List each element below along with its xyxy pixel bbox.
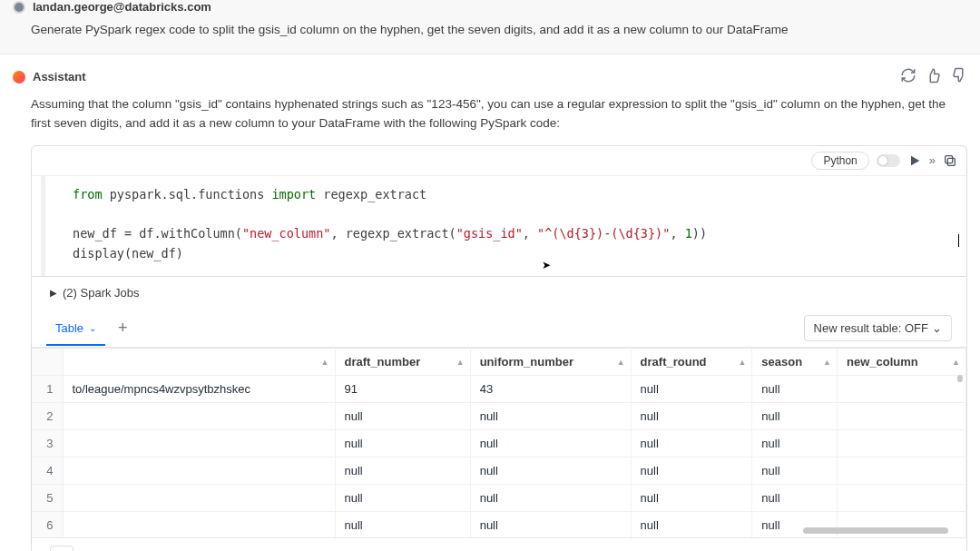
spark-jobs-label: (2) Spark Jobs [63,286,140,300]
col-new-column[interactable]: new_column▲ [837,349,965,376]
rownum-header[interactable] [32,349,63,376]
cell: null [335,403,470,430]
cell [837,458,965,485]
result-footer: ▾▴ 7,127 rows | Truncated data | 22.59 s… [32,538,966,551]
copy-icon[interactable] [943,153,957,168]
chevron-down-icon: ⌄ [932,321,942,335]
row-number: 5 [32,485,63,512]
cell: null [631,512,752,539]
sort-icon[interactable]: ▲ [321,358,329,367]
user-avatar-icon [13,1,25,14]
table-row[interactable]: 5nullnullnullnull [32,485,966,512]
code-text: , [523,226,537,241]
cell [837,512,965,539]
sort-icon[interactable]: ▲ [617,358,625,367]
cell: null [470,403,631,430]
str-literal: "new_column" [242,226,331,241]
table-row[interactable]: 4nullnullnullnull [32,458,966,485]
sort-icon[interactable]: ▲ [738,358,746,367]
language-label: Python [823,154,857,167]
language-pill[interactable]: Python [811,152,868,170]
results-panel: ▶ (2) Spark Jobs Table ⌄ + New result ta… [31,277,967,551]
code-cell: Python » from pyspark.sql.functions impo… [31,145,967,277]
result-table-toggle[interactable]: New result table: OFF ⌄ [804,315,952,341]
code-toolbar: Python » [32,146,966,176]
cell: to/league/mpncs4wzvpsytbzhskec [63,376,335,403]
code-text: , [670,226,684,241]
col-season[interactable]: season▲ [752,349,838,376]
cell: null [631,430,752,458]
chevron-down-icon: ⌄ [89,323,96,333]
table-row[interactable]: 3nullnullnullnull [32,430,966,458]
cell [837,485,965,512]
user-header: landan.george@databricks.com [13,0,967,14]
str-literal: "^(\d{3})-(\d{3})" [537,226,670,241]
cell: null [631,376,752,403]
row-number: 6 [32,512,63,539]
cell [63,430,335,458]
col-draft-number[interactable]: draft_number▲ [335,349,470,376]
code-text: new_df = df.withColumn( [73,226,242,241]
table-row[interactable]: 2nullnullnullnull [32,403,966,430]
svg-rect-0 [947,158,955,165]
vertical-scrollbar[interactable] [957,375,963,382]
cell: null [335,430,470,458]
kw-import: import [271,187,316,202]
cell [837,376,965,403]
caret-right-icon: ▶ [50,288,57,298]
tab-table[interactable]: Table ⌄ [46,310,105,346]
assist-toggle[interactable] [877,154,900,167]
regenerate-icon[interactable] [900,67,916,86]
cell [63,512,335,539]
cell [63,485,335,512]
row-number: 3 [32,430,63,458]
thumbs-up-icon[interactable] [926,67,942,86]
code-editor[interactable]: from pyspark.sql.functions import regexp… [41,176,966,276]
cell: null [631,403,752,430]
expand-icon[interactable]: » [929,153,936,167]
cell: null [752,376,838,403]
sort-icon[interactable]: ▲ [952,358,960,367]
user-prompt: Generate PySpark regex code to split the… [13,21,967,39]
horizontal-scrollbar[interactable] [803,527,948,534]
cell: null [470,485,631,512]
cell: null [470,512,631,539]
svg-rect-1 [946,155,953,162]
cell [837,403,965,430]
cell: null [752,512,838,539]
cell: null [470,430,631,458]
col-draft-round[interactable]: draft_round▲ [631,349,752,376]
str-literal: "gsis_id" [456,226,523,241]
spark-jobs-toggle[interactable]: ▶ (2) Spark Jobs [32,277,966,309]
table-row[interactable]: 1to/league/mpncs4wzvpsytbzhskec9143nulln… [32,376,966,403]
run-icon[interactable] [907,153,922,168]
download-button[interactable] [50,546,74,551]
result-toggle-label: New result table: OFF [814,321,928,335]
sort-icon[interactable]: ▲ [456,358,465,367]
col-uniform-number[interactable]: uniform_number▲ [470,349,631,376]
add-tab-button[interactable]: + [105,309,141,347]
cell: 91 [335,376,470,403]
assistant-header: Assistant [13,67,967,86]
cell: null [752,430,838,458]
module-path: pyspark.sql.functions [103,187,272,202]
cell: null [335,458,470,485]
result-table-wrap[interactable]: ▲ draft_number▲ uniform_number▲ draft_ro… [32,348,966,538]
code-text: )) [692,226,707,241]
cell: null [631,485,752,512]
cell [63,403,335,430]
cell: null [752,458,838,485]
row-number: 2 [32,403,63,430]
cell [837,430,965,458]
cell: null [335,512,470,539]
text-cursor [958,234,959,247]
thumbs-down-icon[interactable] [951,67,967,86]
fn-name: regexp_extract [316,187,426,202]
cell: null [752,485,838,512]
result-table: ▲ draft_number▲ uniform_number▲ draft_ro… [32,348,966,538]
col-hidden[interactable]: ▲ [63,349,335,376]
sort-icon[interactable]: ▲ [823,358,831,367]
num-literal: 1 [685,226,692,241]
table-row[interactable]: 6nullnullnullnull [32,512,966,539]
row-number: 4 [32,458,63,485]
